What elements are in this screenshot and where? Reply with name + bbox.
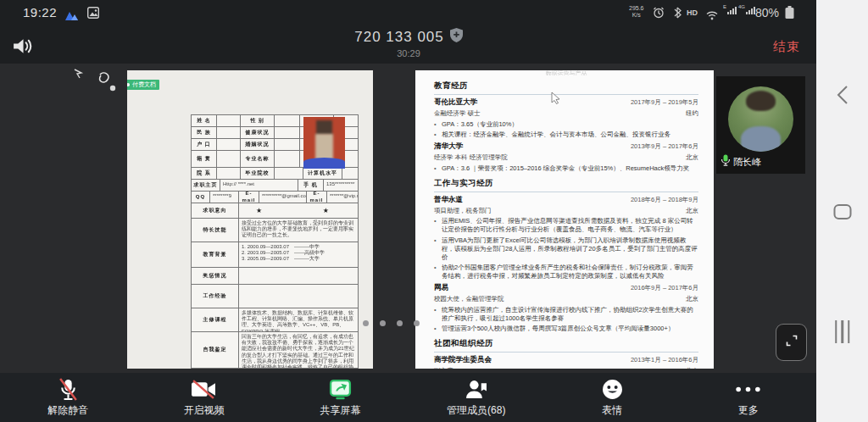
entry-location: 纽约 [686, 109, 698, 118]
bullet-dot: • [434, 236, 442, 262]
form-cell [217, 168, 241, 179]
screen-share-area[interactable]: 付费文档 姓 名性 别学 历民 族健康状况培养类别户 口婚姻状况毕业时间籍 贯专… [0, 64, 816, 373]
bullet-text: 管理运营3个500人校内微信群，每周撰写3篇原创公众号文章（平均阅读量3000+… [442, 325, 674, 333]
form-cell [217, 115, 241, 126]
entry-location: 北京 [686, 295, 698, 303]
entry-role: 金融经济学 硕士 [434, 109, 481, 118]
page-indicator-dot [380, 320, 386, 326]
form-cell: 毕业院校 [241, 168, 275, 179]
form-cell [275, 115, 300, 126]
expand-corners-icon [783, 332, 800, 353]
form-cell: 性 别 [241, 115, 275, 126]
form-cell: 户 口 [192, 139, 217, 150]
form-cell: 计算机水平 [303, 168, 342, 179]
meeting-id: 720 133 005 [354, 29, 444, 46]
weather-mountains-icon [65, 8, 78, 24]
section-rule [434, 192, 698, 192]
shield-plus-icon[interactable] [450, 28, 463, 46]
home-icon[interactable] [833, 204, 851, 219]
page-indicator-dot [414, 320, 420, 326]
form-cell [239, 268, 358, 284]
end-meeting-button[interactable]: 结束 [773, 39, 800, 55]
toolbar-item-members[interactable]: 管理成员(68) [409, 373, 545, 422]
toolbar-item-unmute[interactable]: 解除静音 [0, 373, 136, 422]
battery-percent: 80% [755, 6, 779, 19]
entry-role: 经济学 本科 经济管理学院 [434, 153, 508, 162]
form-cell: **********@gmail.com [259, 192, 307, 203]
page-indicator-dot [397, 320, 403, 326]
entry-header: 网易2016年9月 – 2017年6月 [434, 283, 698, 293]
form-cell: 奖惩情况 [192, 268, 239, 284]
entry-header: 普华永道2018年6月 – 2018年9月 [434, 195, 698, 205]
form-cell [217, 151, 241, 167]
toolbar-label: 共享屏幕 [320, 403, 360, 418]
entry-bullet: •相关课程：经济金融学、金融统计学、会计与资本市场、公司金融、投资银行业务 [434, 130, 698, 139]
entry-header: 哥伦比亚大学2017年9月 – 2019年5月 [434, 97, 698, 108]
bluetooth-icon [673, 7, 682, 22]
entry-period: 2016年9月 – 2017年6月 [631, 284, 698, 292]
toolbar-item-more[interactable]: 更多 [681, 373, 817, 422]
participant-video-tile[interactable]: 隋长峰 [716, 76, 805, 174]
entry-bullet: •运用VBA为部门更新了Excel可比公司筛选模板，为部门入职培训录制数据库使用… [434, 236, 698, 262]
form-cell: ********9 [210, 192, 239, 203]
toolbar-label: 管理成员(68) [447, 403, 505, 418]
form-row: 奖惩情况 [192, 268, 358, 285]
section-rule [434, 352, 698, 353]
recents-icon[interactable] [835, 320, 850, 343]
entry-location: 北京 [686, 367, 698, 369]
entry-bullet: •统筹校内的运营推广，自主设计宣传海报进行校内线下推广，协助组织2次学生创意大赛… [434, 306, 698, 323]
bullet-text: GPA：3.6 ｜荣誉奖项：2015–2016 综合奖学金（专业前15%）、Re… [442, 164, 689, 173]
form-cell [342, 168, 358, 179]
form-row: 求职意向★★ [192, 203, 358, 219]
bullet-dot: • [434, 306, 442, 323]
entry-bullet: •GPA：3.6 ｜荣誉奖项：2015–2016 综合奖学金（专业前15%）、R… [434, 164, 698, 173]
toolbar-item-start-video[interactable]: 开启视频 [136, 373, 273, 422]
more-icon [735, 378, 761, 401]
entry-subheader: 金融经济学 硕士纽约 [434, 109, 698, 118]
bullet-dot: • [434, 164, 442, 173]
network-speed: 295.6K/s [629, 5, 644, 18]
clock-time: 19:22 [23, 5, 57, 19]
bottom-toolbar: 解除静音开启视频共享屏幕管理成员(68)表情更多 [0, 373, 816, 422]
document-page-resume: 数据运营与产品 教育经历哥伦比亚大学2017年9月 – 2019年5月金融经济学… [415, 70, 714, 369]
hd-indicator: HD [687, 8, 698, 17]
form-row: 求职主页Http:// ****.net手 机135********** [192, 180, 358, 192]
form-cell: 手 机 [298, 180, 324, 191]
form-cell: 籍 贯 [192, 151, 217, 167]
form-cell: 多媒体技术、数据结构、数据库、计算机维修、软件工程、计算机网络、汇编、操作系统、… [239, 308, 358, 331]
entry-period: 2013年1月 – 2016年6月 [631, 356, 698, 364]
avatar [728, 86, 793, 152]
resume-content: 数据运营与产品 教育经历哥伦比亚大学2017年9月 – 2019年5月金融经济学… [415, 70, 714, 369]
entry-role: 项目助理，税务部门 [434, 207, 492, 215]
toolbar-label: 解除静音 [47, 403, 88, 418]
entry-location: 北京 [686, 153, 698, 162]
entry-bullet: •GPA：3.65（专业前10%） [434, 120, 698, 129]
entry-header: 清华大学2013年9月 – 2017年6月 [434, 142, 698, 152]
meeting-info[interactable]: 720 133 005 30:29 [315, 28, 502, 58]
form-cell: *******@vip.sina.com [327, 192, 358, 203]
form-cell: 姓 名 [192, 115, 217, 126]
screen-share-icon [329, 378, 352, 401]
form-cell: E-mail [239, 192, 259, 203]
speaker-icon[interactable] [11, 35, 34, 61]
form-cell: 主修课程 [192, 308, 239, 331]
bullet-text: 相关课程：经济金融学、金融统计学、会计与资本市场、公司金融、投资银行业务 [442, 130, 670, 139]
entry-subheader: 经济学 本科 经济管理学院北京 [434, 153, 698, 162]
toolbar-item-emoji[interactable]: 表情 [544, 373, 681, 422]
toolbar-item-share-screen[interactable]: 共享屏幕 [272, 373, 409, 422]
form-cell: 专业名称 [241, 151, 275, 167]
bullet-text: 运用VBA为部门更新了Excel可比公司筛选模板，为部门入职培训录制数据库使用视… [442, 236, 698, 262]
form-cell: ★★ [239, 203, 358, 218]
back-icon[interactable] [836, 85, 849, 108]
emoji-icon [602, 378, 623, 401]
section-rule [434, 94, 698, 95]
form-cell: Http:// ****.net [220, 180, 298, 191]
entry-subheader: 副主席北京 [434, 367, 698, 369]
truncated-top-text: 数据运营与产品 [434, 70, 698, 75]
form-row: 特长技能接受过全方位的大学基础教育，受到良好的专业训练和能力的培养，不要笼统地罗… [192, 219, 358, 242]
form-cell [275, 151, 300, 167]
alarm-clock-icon [653, 7, 665, 22]
fullscreen-toggle-button[interactable] [776, 324, 807, 361]
annotation-doodles [68, 64, 127, 102]
entry-period: 2017年9月 – 2019年5月 [631, 98, 698, 107]
